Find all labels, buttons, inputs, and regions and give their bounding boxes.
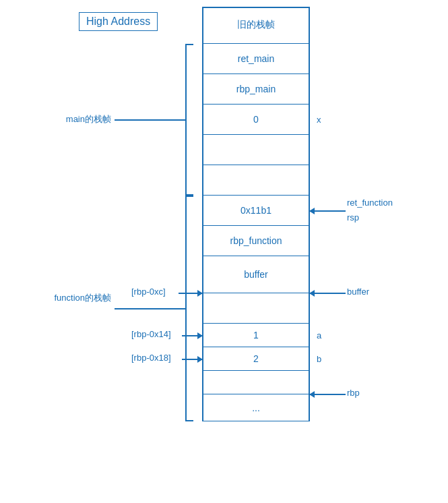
stack-cell-ret-main: ret_main xyxy=(202,44,310,74)
rbp-0x14-arrow xyxy=(182,335,202,336)
stack-cell-empty4 xyxy=(202,371,310,394)
stack-cell-ret-func: 0x11b1 xyxy=(202,196,310,226)
stack-cell-b-val: 2 xyxy=(202,347,310,371)
func-brace-hline xyxy=(115,308,187,309)
stack-cell-x-val: 0 xyxy=(202,105,310,135)
stack-cell-old-frame: 旧的栈帧 xyxy=(202,7,310,44)
stack-cell-empty3 xyxy=(202,293,310,324)
stack-cell-empty1 xyxy=(202,135,310,165)
rbp-0xc-arrow xyxy=(179,293,202,294)
rbp-0x14-label: [rbp-0x14] xyxy=(131,329,171,339)
diagram: High Address 旧的栈帧ret_mainrbp_main00x11b1… xyxy=(0,0,448,503)
rbp-0xc-label: [rbp-0xc] xyxy=(131,287,166,297)
stack-cell-empty2 xyxy=(202,165,310,196)
main-brace-bot xyxy=(185,120,193,196)
func-frame-label: function的栈帧 xyxy=(54,292,111,304)
x-label: x xyxy=(317,115,321,125)
stack-cell-rbp-main: rbp_main xyxy=(202,74,310,105)
main-brace-hline xyxy=(115,119,187,121)
stack-cell-rbp-func: rbp_function xyxy=(202,226,310,256)
main-brace-top xyxy=(185,44,193,120)
stack-top-border xyxy=(202,7,310,8)
main-frame-label: main的栈帧 xyxy=(66,113,111,125)
rsp-arrow xyxy=(310,210,346,212)
ret-function-label: ret_function xyxy=(347,198,393,208)
stack-cell-buffer: buffer xyxy=(202,256,310,293)
rsp-label: rsp xyxy=(347,212,359,223)
stack-cell-dots: ... xyxy=(202,394,310,421)
rbp-0x18-label: [rbp-0x18] xyxy=(131,353,171,363)
rbp-arrow xyxy=(310,394,346,395)
buffer-right-label: buffer xyxy=(347,287,369,297)
b-label: b xyxy=(317,354,321,364)
high-address-label: High Address xyxy=(79,12,158,31)
stack-cell-a-val: 1 xyxy=(202,324,310,347)
a-label: a xyxy=(317,330,321,341)
func-brace-bot xyxy=(185,309,193,422)
func-brace-top xyxy=(185,196,193,309)
rbp-0x18-arrow xyxy=(182,359,202,360)
buffer-arrow xyxy=(310,293,346,294)
rbp-label: rbp xyxy=(347,388,360,398)
